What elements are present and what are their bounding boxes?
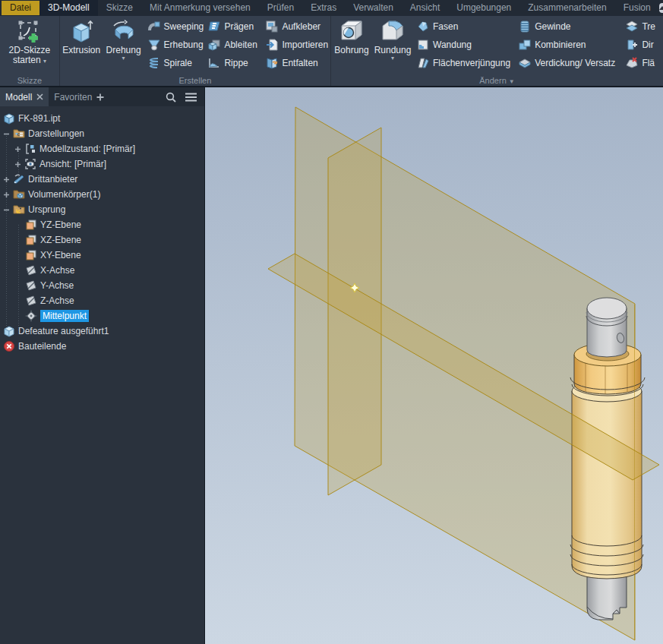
collapse-expander-icon[interactable] <box>3 207 10 213</box>
tree-item-label: Drittanbieter <box>28 174 77 185</box>
direkt-button[interactable]: Dir <box>622 36 663 54</box>
expand-expander-icon[interactable] <box>3 191 10 198</box>
browser-tab-modell[interactable]: Modell <box>0 87 49 106</box>
entfalten-button[interactable]: Entfalten <box>262 54 330 72</box>
wandung-button[interactable]: Wandung <box>413 36 515 54</box>
tree-item-document[interactable]: FK-891.ipt <box>0 111 204 126</box>
tree-item-yz-ebene[interactable]: YZ-Ebene <box>0 217 204 232</box>
tree-item-xz-ebene[interactable]: XZ-Ebene <box>0 232 204 248</box>
flaeche-button[interactable]: Flä <box>622 54 663 72</box>
praegen-button[interactable]: Prägen <box>204 17 262 36</box>
gewinde-button[interactable]: Gewinde <box>515 17 622 36</box>
group-label-aendern: Ändern ▼ <box>331 76 663 85</box>
trennen-button[interactable]: Tre <box>622 17 663 36</box>
verdickung-versatz-icon <box>518 56 532 70</box>
ableiten-label: Ableiten <box>224 39 257 50</box>
start-2d-label-line1: 2D-Skizze <box>9 45 51 55</box>
ribbon-collapse-button[interactable] <box>659 3 663 13</box>
praegen-icon <box>207 20 221 33</box>
group-label-skizze: Skizze <box>0 76 59 85</box>
browser-tab-favoriten[interactable]: Favoriten <box>49 87 109 106</box>
tree-item-xy-ebene[interactable]: XY-Ebene <box>0 248 204 263</box>
up-arrow-icon <box>659 6 663 10</box>
dropdown-caret-icon: ▾ <box>43 58 46 65</box>
extrusion-icon <box>69 18 93 46</box>
expand-expander-icon[interactable] <box>14 161 21 168</box>
entfalten-icon <box>265 56 279 70</box>
fasen-button[interactable]: Fasen <box>413 17 515 36</box>
sweeping-label: Sweeping <box>164 21 204 32</box>
spirale-icon <box>147 56 161 70</box>
tree-item-drittanbieter[interactable]: Drittanbieter <box>0 172 204 187</box>
tree-item-volumenkoerper[interactable]: Volumenkörper(1) <box>0 187 204 202</box>
aufkleber-icon <box>265 20 279 33</box>
bohrung-button[interactable]: Bohrung <box>331 16 372 55</box>
collapse-expander-icon[interactable] <box>3 131 10 137</box>
tree-item-modellzustand[interactable]: Modellzustand: [Primär] <box>0 141 204 156</box>
importieren-button[interactable]: Importieren <box>262 36 330 54</box>
tree-item-ansicht[interactable]: Ansicht: [Primär] <box>0 156 204 172</box>
tab-verwalten[interactable]: Verwalten <box>345 0 402 16</box>
extrusion-button[interactable]: Extrusion <box>60 16 103 55</box>
tree-item-label: Darstellungen <box>28 128 84 139</box>
verdickung-versatz-button[interactable]: Verdickung/ Versatz <box>515 54 622 72</box>
tab-fusion[interactable]: Fusion <box>615 0 659 16</box>
tab-umgebungen[interactable]: Umgebungen <box>448 0 519 16</box>
tab-anmerkung[interactable]: Mit Anmerkung versehen <box>141 0 259 16</box>
flaechenverjuengung-button[interactable]: Flächenverjüngung <box>413 54 515 72</box>
tree-item-label: XZ-Ebene <box>40 235 81 245</box>
importieren-icon <box>265 38 279 52</box>
wandung-label: Wandung <box>433 39 472 50</box>
tree-item-ursprung[interactable]: Ursprung <box>0 202 204 217</box>
spirale-button[interactable]: Spirale <box>144 54 205 72</box>
spirale-label: Spirale <box>164 58 192 68</box>
tab-3d-modell[interactable]: 3D-Modell <box>39 0 98 16</box>
hamburger-menu-icon[interactable] <box>185 93 197 102</box>
tab-zusammenarbeiten[interactable]: Zusammenarbeiten <box>519 0 614 16</box>
erhebung-button[interactable]: Erhebung <box>144 36 205 54</box>
aufkleber-button[interactable]: Aufkleber <box>262 17 330 36</box>
rundung-button[interactable]: Rundung ▾ <box>372 16 413 61</box>
rundung-icon <box>379 18 406 46</box>
tree-item-x-achse[interactable]: X-Achse <box>0 263 204 278</box>
expand-expander-icon[interactable] <box>3 176 10 183</box>
close-icon[interactable] <box>36 93 43 100</box>
tree-item-darstellungen[interactable]: Darstellungen <box>0 126 204 141</box>
expand-expander-icon[interactable] <box>14 146 21 153</box>
tree-item-label: Bauteilende <box>18 341 66 352</box>
inventor-window: Datei 3D-Modell Skizze Mit Anmerkung ver… <box>0 0 663 644</box>
rippe-button[interactable]: Rippe <box>204 54 262 72</box>
start-2d-label-line2: starten <box>13 55 41 65</box>
tab-extras[interactable]: Extras <box>302 0 345 16</box>
tab-pruefen[interactable]: Prüfen <box>259 0 302 16</box>
tree-item-z-achse[interactable]: Z-Achse <box>0 293 204 308</box>
drehung-button[interactable]: Drehung ▾ <box>103 16 144 61</box>
work-axis-icon <box>25 264 37 276</box>
start-2d-sketch-button[interactable]: 2D-Skizze starten ▾ <box>6 16 54 65</box>
tree-item-label: FK-891.ipt <box>18 113 60 124</box>
ableiten-button[interactable]: Ableiten <box>204 36 262 54</box>
aufkleber-label: Aufkleber <box>282 21 320 32</box>
file-menu-button[interactable]: Datei <box>2 1 39 15</box>
search-icon[interactable] <box>166 92 176 103</box>
3d-viewport[interactable] <box>205 87 663 644</box>
work-plane-icon <box>25 219 37 231</box>
kombinieren-button[interactable]: Kombinieren <box>515 36 622 54</box>
solid-body-folder-icon <box>13 188 25 200</box>
add-tab-icon[interactable] <box>96 93 104 101</box>
tree-item-defeature[interactable]: Defeature ausgeführt1 <box>0 324 204 339</box>
tree-item-label: YZ-Ebene <box>40 219 81 230</box>
tree-item-bauteilende[interactable]: Bauteilende <box>0 339 204 354</box>
tab-skizze[interactable]: Skizze <box>98 0 141 16</box>
bohrung-label: Bohrung <box>334 46 368 55</box>
work-axis-icon <box>25 279 37 292</box>
sweeping-button[interactable]: Sweeping <box>144 17 205 36</box>
tree-item-y-achse[interactable]: Y-Achse <box>0 278 204 293</box>
flaeche-loeschen-icon <box>625 56 639 70</box>
ribbon-group-erstellen: Extrusion Drehung ▾ <box>60 16 331 86</box>
part-main-cylinder[interactable] <box>572 391 642 579</box>
tree-item-mittelpunkt[interactable]: Mittelpunkt <box>0 308 204 324</box>
kombinieren-icon <box>518 38 532 52</box>
erhebung-label: Erhebung <box>164 39 204 50</box>
tab-ansicht[interactable]: Ansicht <box>402 0 448 16</box>
